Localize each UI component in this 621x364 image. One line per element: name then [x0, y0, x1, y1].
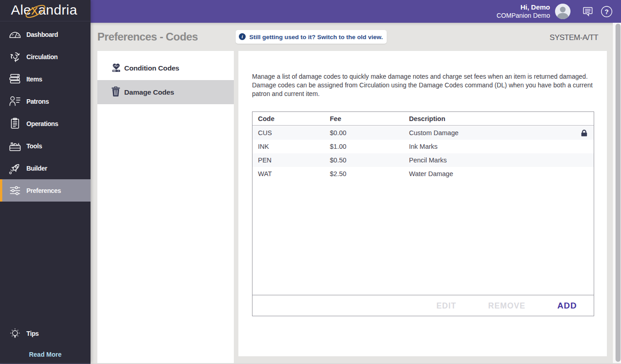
- svg-text:?: ?: [605, 8, 609, 15]
